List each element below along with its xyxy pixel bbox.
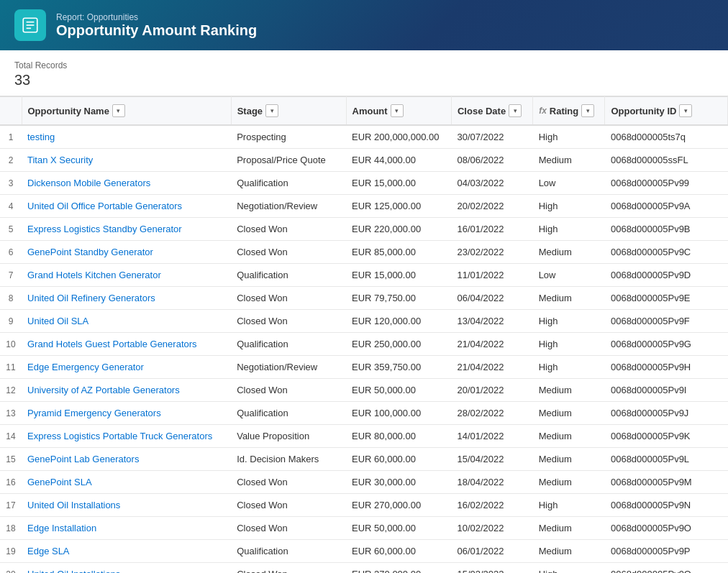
- opp-name-link[interactable]: Edge Emergency Generator: [27, 362, 144, 372]
- header-text: Report: Opportunities Opportunity Amount…: [56, 12, 257, 39]
- row-num: 10: [0, 333, 22, 356]
- col-header-num: [0, 97, 22, 126]
- opp-name-link[interactable]: Grand Hotels Kitchen Generator: [27, 270, 161, 280]
- row-num: 16: [0, 471, 22, 494]
- row-stage: Closed Won: [231, 471, 346, 494]
- row-closedate: 28/02/2022: [451, 402, 532, 425]
- row-amount: EUR 270,000.00: [346, 563, 451, 574]
- report-icon: [21, 16, 40, 35]
- row-stage: Closed Won: [231, 218, 346, 241]
- totals-label: Total Records: [14, 60, 714, 70]
- row-stage: Closed Won: [231, 563, 346, 574]
- row-closedate: 04/03/2022: [451, 172, 532, 195]
- opp-name-link[interactable]: Express Logistics Portable Truck Generat…: [27, 431, 212, 441]
- row-amount: EUR 120,000.00: [346, 310, 451, 333]
- row-rating: High: [533, 356, 605, 379]
- opp-name-link[interactable]: United Oil Installations: [27, 500, 120, 510]
- row-num: 17: [0, 494, 22, 517]
- filter-closedate-button[interactable]: ▾: [509, 104, 522, 117]
- col-header-amount: Amount ▾: [346, 97, 451, 126]
- row-rating: Medium: [533, 241, 605, 264]
- filter-name-button[interactable]: ▾: [112, 104, 125, 117]
- filter-amount-button[interactable]: ▾: [391, 104, 404, 117]
- filter-rating-button[interactable]: ▾: [581, 104, 594, 117]
- report-title: Opportunity Amount Ranking: [56, 22, 257, 39]
- col-header-oppid: Opportunity ID ▾: [605, 97, 728, 126]
- row-rating: Medium: [533, 448, 605, 471]
- opp-name-link[interactable]: GenePoint SLA: [27, 477, 92, 487]
- row-closedate: 11/01/2022: [451, 264, 532, 287]
- row-closedate: 30/07/2022: [451, 125, 532, 149]
- row-amount: EUR 60,000.00: [346, 540, 451, 563]
- row-stage: Qualification: [231, 540, 346, 563]
- row-num: 9: [0, 310, 22, 333]
- row-closedate: 08/06/2022: [451, 149, 532, 172]
- row-closedate: 06/04/2022: [451, 287, 532, 310]
- row-oppid: 0068d000005ssFL: [605, 149, 728, 172]
- row-oppid: 0068d000005Pv99: [605, 172, 728, 195]
- table-row: 10 Grand Hotels Guest Portable Generator…: [0, 333, 728, 356]
- row-name: United Oil Office Portable Generators: [22, 195, 231, 218]
- row-rating: Medium: [533, 425, 605, 448]
- row-closedate: 13/04/2022: [451, 310, 532, 333]
- row-amount: EUR 15,000.00: [346, 264, 451, 287]
- opp-name-link[interactable]: United Oil SLA: [27, 316, 88, 326]
- row-rating: Medium: [533, 471, 605, 494]
- row-oppid: 0068d000005Pv9K: [605, 425, 728, 448]
- row-num: 14: [0, 425, 22, 448]
- table-row: 19 Edge SLA Qualification EUR 60,000.00 …: [0, 540, 728, 563]
- col-header-rating: fx Rating ▾: [533, 97, 605, 126]
- filter-oppid-button[interactable]: ▾: [679, 104, 692, 117]
- row-name: Pyramid Emergency Generators: [22, 402, 231, 425]
- table-row: 16 GenePoint SLA Closed Won EUR 30,000.0…: [0, 471, 728, 494]
- row-stage: Value Proposition: [231, 425, 346, 448]
- row-oppid: 0068d000005Pv9B: [605, 218, 728, 241]
- row-name: GenePoint Standby Generator: [22, 241, 231, 264]
- opp-name-link[interactable]: GenePoint Standby Generator: [27, 247, 153, 257]
- table-row: 12 University of AZ Portable Generators …: [0, 379, 728, 402]
- row-stage: Negotiation/Review: [231, 195, 346, 218]
- row-stage: Prospecting: [231, 125, 346, 149]
- filter-stage-button[interactable]: ▾: [265, 104, 278, 117]
- opp-name-link[interactable]: United Oil Refinery Generators: [27, 293, 155, 303]
- report-subtitle: Report: Opportunities: [56, 12, 257, 22]
- row-stage: Qualification: [231, 172, 346, 195]
- row-oppid: 0068d000005Pv9A: [605, 195, 728, 218]
- col-header-stage: Stage ▾: [231, 97, 346, 126]
- row-stage: Negotiation/Review: [231, 356, 346, 379]
- opp-name-link[interactable]: Grand Hotels Guest Portable Generators: [27, 339, 197, 349]
- row-closedate: 10/02/2022: [451, 517, 532, 540]
- row-num: 6: [0, 241, 22, 264]
- row-rating: Medium: [533, 149, 605, 172]
- row-amount: EUR 50,000.00: [346, 379, 451, 402]
- opp-name-link[interactable]: Dickenson Mobile Generators: [27, 178, 150, 188]
- opp-name-link[interactable]: testing: [27, 132, 55, 142]
- opp-name-link[interactable]: United Oil Office Portable Generators: [27, 201, 182, 211]
- opp-name-link[interactable]: GenePoint Lab Generators: [27, 454, 139, 464]
- row-name: United Oil Installations: [22, 494, 231, 517]
- opp-name-link[interactable]: Edge Installation: [27, 523, 96, 533]
- row-amount: EUR 50,000.00: [346, 517, 451, 540]
- opp-name-link[interactable]: Pyramid Emergency Generators: [27, 408, 161, 418]
- opp-name-link[interactable]: United Oil Installations: [27, 569, 120, 573]
- table-row: 11 Edge Emergency Generator Negotiation/…: [0, 356, 728, 379]
- row-num: 13: [0, 402, 22, 425]
- row-num: 1: [0, 125, 22, 149]
- row-name: Edge SLA: [22, 540, 231, 563]
- row-num: 3: [0, 172, 22, 195]
- row-stage: Proposal/Price Quote: [231, 149, 346, 172]
- opp-name-link[interactable]: Express Logistics Standby Generator: [27, 224, 182, 234]
- row-name: Edge Emergency Generator: [22, 356, 231, 379]
- row-rating: Medium: [533, 287, 605, 310]
- opp-name-link[interactable]: Edge SLA: [27, 546, 70, 556]
- content-area: Total Records 33 Opportunity Name ▾ Stag…: [0, 50, 728, 573]
- table-body: 1 testing Prospecting EUR 200,000,000.00…: [0, 125, 728, 573]
- opp-name-link[interactable]: Titan X Security: [27, 155, 93, 165]
- app-header: Report: Opportunities Opportunity Amount…: [0, 0, 728, 50]
- col-header-closedate: Close Date ▾: [451, 97, 532, 126]
- opp-name-link[interactable]: University of AZ Portable Generators: [27, 385, 180, 395]
- table-row: 4 United Oil Office Portable Generators …: [0, 195, 728, 218]
- row-name: United Oil Refinery Generators: [22, 287, 231, 310]
- row-name: United Oil Installations: [22, 563, 231, 574]
- row-name: University of AZ Portable Generators: [22, 379, 231, 402]
